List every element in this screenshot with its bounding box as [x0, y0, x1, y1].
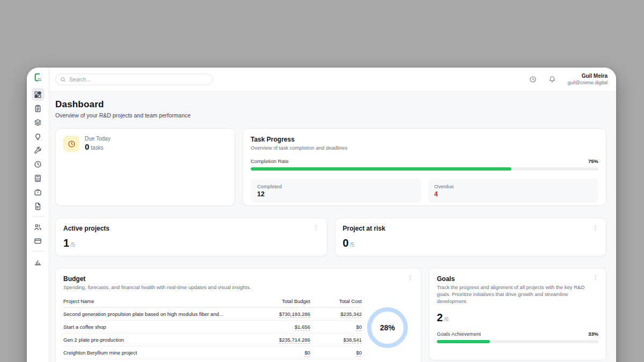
sidebar-item-billing[interactable]: [32, 234, 45, 247]
column-total-budget: Total Budget: [250, 298, 310, 304]
goals-achievement-label: Goals Achievement: [437, 331, 481, 337]
more-projects-link[interactable]: +1 more projects: [63, 359, 362, 362]
credit-card-icon: [34, 237, 42, 245]
total-budget-value[interactable]: $0: [304, 350, 310, 357]
search-icon: [60, 77, 66, 83]
sidebar-item-documents[interactable]: [32, 200, 45, 212]
completion-rate-label: Completion Rate: [251, 158, 289, 164]
active-projects-value: 1: [63, 237, 69, 249]
lightbulb-icon: [34, 132, 42, 141]
table-row: Gen 2 plate pre-production $235,714.286 …: [63, 334, 362, 346]
budget-title: Budget: [63, 275, 413, 283]
sidebar-item-ideas[interactable]: [32, 130, 45, 143]
active-projects-title: Active projects: [63, 225, 319, 232]
goals-card: Goals ⋮ Track the progress and alignment…: [429, 268, 606, 360]
goals-achievement-value: 33%: [588, 331, 598, 337]
active-projects-card: Active projects ⋮ 1 /5: [55, 218, 327, 256]
project-name: Creighton Beryllium mine project: [63, 350, 250, 356]
clipboard-icon: [34, 105, 42, 113]
completed-stat: Completed 12: [251, 179, 421, 203]
active-projects-menu-icon[interactable]: ⋮: [311, 224, 321, 232]
total-cost-value[interactable]: $0: [356, 324, 362, 331]
total-budget-value[interactable]: $730,193.286: [279, 311, 310, 318]
sidebar-item-time[interactable]: [32, 158, 45, 171]
column-project-name: Project Name: [63, 298, 250, 304]
completion-progress-bar: [251, 167, 598, 171]
sidebar-item-layers[interactable]: [32, 116, 45, 129]
app-window: V1.0 Guil Meira guil@creme.digital: [27, 68, 616, 362]
task-progress-card: Task Progress Overview of task completio…: [243, 128, 606, 206]
sidebar-divider: [32, 251, 44, 252]
history-clock-icon[interactable]: [529, 76, 537, 83]
wrench-icon: [34, 146, 42, 154]
clock-icon: [34, 160, 42, 168]
project-name: Second generation propulsion plate based…: [63, 311, 250, 317]
sidebar-item-calculator[interactable]: [32, 172, 45, 184]
due-today-label: Due Today: [85, 136, 111, 142]
sidebar-item-reports[interactable]: [32, 255, 45, 268]
users-icon: [34, 223, 42, 231]
budget-table: Project Name Total Budget Total Cost Sec…: [63, 296, 362, 362]
calculator-icon: [34, 174, 42, 182]
table-row: Second generation propulsion plate based…: [63, 308, 362, 321]
project-at-risk-title: Project at risk: [343, 225, 599, 232]
user-menu[interactable]: Guil Meira guil@creme.digital: [568, 73, 608, 86]
total-cost-value[interactable]: $0: [356, 350, 362, 357]
overdue-value: 4: [434, 190, 592, 198]
budget-donut-chart: 28%: [367, 307, 408, 348]
dashboard-grid-icon: [34, 91, 42, 99]
budget-card: Budget ⋮ Spending, forecasts, and financ…: [55, 268, 421, 362]
layers-icon: [34, 119, 42, 127]
page-subtitle: Overview of your R&D projects and team p…: [55, 112, 606, 119]
project-at-risk-menu-icon[interactable]: ⋮: [590, 224, 601, 232]
notifications-bell-icon[interactable]: [548, 76, 556, 83]
briefcase-icon: [34, 188, 42, 196]
project-name: Gen 2 plate pre-production: [63, 337, 250, 343]
sidebar-item-team[interactable]: [32, 220, 45, 233]
due-today-value: 0: [85, 142, 89, 151]
budget-subtitle: Spending, forecasts, and financial healt…: [63, 284, 413, 290]
goals-menu-icon[interactable]: ⋮: [590, 274, 601, 282]
total-cost-value[interactable]: $38,541: [343, 337, 362, 344]
sidebar-item-portfolio[interactable]: [32, 186, 45, 198]
user-email: guil@creme.digital: [568, 80, 608, 86]
table-row: Creighton Beryllium mine project $0 $0: [63, 346, 362, 359]
due-clock-icon: [63, 136, 79, 152]
project-at-risk-total: /5: [350, 241, 355, 248]
total-cost-value[interactable]: $235,342: [340, 311, 362, 318]
project-name: Start a coffee shop: [63, 324, 250, 330]
due-today-card: Due Today 0tasks: [55, 128, 235, 206]
sidebar: V1.0: [27, 68, 49, 362]
budget-menu-icon[interactable]: ⋮: [405, 274, 415, 282]
overdue-label: Overdue: [434, 183, 592, 189]
bar-chart-icon: [34, 258, 42, 266]
task-progress-subtitle: Overview of task completion and deadline…: [251, 145, 598, 151]
due-today-unit: tasks: [91, 145, 103, 151]
goals-title: Goals: [437, 275, 598, 283]
total-budget-value[interactable]: $235,714.286: [279, 337, 310, 344]
user-name: Guil Meira: [568, 73, 608, 80]
page-title: Dashboard: [55, 99, 606, 110]
sidebar-item-tools[interactable]: [32, 144, 45, 157]
dashboard-content: Dashboard Overview of your R&D projects …: [49, 92, 616, 362]
sidebar-item-dashboard[interactable]: [32, 88, 45, 101]
total-budget-value[interactable]: $1,656: [295, 324, 310, 331]
goals-subtitle: Track the progress and alignment of all …: [437, 284, 598, 305]
project-at-risk-card: Project at risk ⋮ 0 /5: [335, 218, 607, 256]
project-at-risk-value: 0: [343, 237, 349, 249]
topbar: Guil Meira guil@creme.digital: [49, 68, 616, 92]
search-box[interactable]: [55, 73, 213, 85]
task-progress-title: Task Progress: [251, 136, 598, 143]
active-projects-total: /5: [70, 241, 75, 248]
completion-rate-value: 75%: [588, 158, 598, 164]
search-input[interactable]: [69, 77, 208, 83]
creme-logo-icon: [33, 72, 43, 83]
document-icon: [34, 202, 42, 210]
table-row: Start a coffee shop $1,656 $0: [63, 321, 362, 334]
goals-progress-bar: [437, 340, 598, 343]
sidebar-item-tasks[interactable]: [32, 102, 45, 115]
column-total-cost: Total Cost: [310, 298, 362, 304]
goals-total: /6: [444, 316, 449, 322]
overdue-stat: Overdue 4: [428, 179, 598, 203]
sidebar-divider: [32, 216, 44, 217]
